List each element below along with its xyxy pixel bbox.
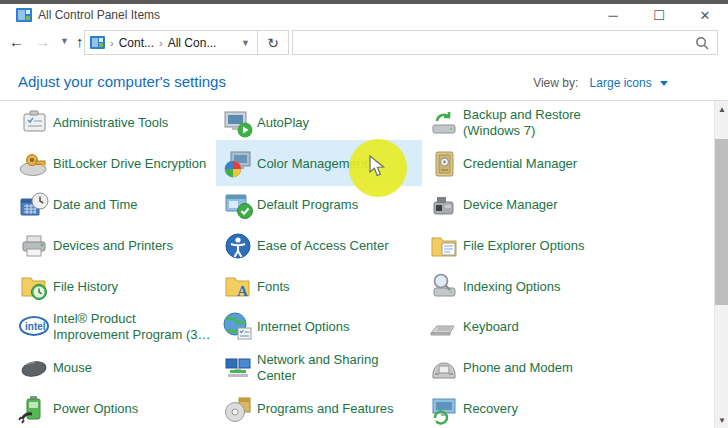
date-time-icon (18, 189, 50, 221)
control-panel-item[interactable]: Recovery (428, 389, 678, 428)
administrative-tools-icon (18, 107, 50, 139)
item-label: Fonts (257, 279, 290, 295)
item-label: Credential Manager (463, 156, 577, 172)
internet-options-icon (222, 311, 254, 343)
close-button[interactable]: ✕ (682, 4, 728, 27)
item-label: Mouse (53, 360, 92, 376)
control-panel-item[interactable]: BitLocker Drive Encryption (18, 144, 222, 185)
control-panel-icon (16, 8, 32, 22)
item-label: Indexing Options (463, 279, 561, 295)
item-label: Internet Options (257, 319, 350, 335)
page-header: Adjust your computer's settings View by:… (0, 58, 728, 100)
breadcrumb-segment-all-items[interactable]: All Con... (168, 36, 217, 50)
control-panel-item[interactable]: File Explorer Options (428, 225, 678, 266)
breadcrumb-segment-control-panel[interactable]: Cont... (119, 36, 154, 50)
control-panel-item[interactable]: Programs and Features (222, 389, 428, 428)
control-panel-item[interactable]: Default Programs (222, 185, 428, 226)
minimize-button[interactable]: ─ (590, 4, 636, 27)
control-panel-item[interactable]: Power Options (18, 389, 222, 428)
search-icon (695, 36, 709, 50)
address-dropdown-chevron-icon[interactable]: ▼ (241, 38, 250, 48)
item-label: File History (53, 279, 118, 295)
search-box[interactable] (292, 30, 718, 55)
recovery-icon (428, 393, 460, 425)
control-panel-item[interactable]: Keyboard (428, 307, 678, 348)
indexing-options-icon (428, 271, 460, 303)
address-bar[interactable]: › Cont... › All Con... ▼ (84, 30, 258, 55)
item-label: Programs and Features (257, 401, 394, 417)
header-divider (0, 100, 728, 101)
breadcrumb-separator-icon: › (159, 37, 163, 49)
fonts-icon: A (222, 271, 254, 303)
control-panel-item[interactable]: Administrative Tools (18, 103, 222, 144)
autoplay-icon (222, 107, 254, 139)
programs-features-icon (222, 393, 254, 425)
maximize-button[interactable]: ☐ (636, 4, 682, 27)
refresh-button[interactable]: ↻ (258, 30, 289, 55)
search-input[interactable] (299, 33, 689, 52)
credential-manager-icon (428, 148, 460, 180)
network-sharing-icon (222, 352, 254, 384)
control-panel-item[interactable]: Devices and Printers (18, 225, 222, 266)
up-button[interactable]: ↑ (76, 32, 84, 52)
page-title: Adjust your computer's settings (18, 73, 226, 90)
ease-of-access-icon (222, 230, 254, 262)
item-label: Power Options (53, 401, 138, 417)
control-panel-item[interactable]: Indexing Options (428, 266, 678, 307)
view-by-label: View by: (533, 76, 578, 90)
view-by-dropdown-arrow-icon[interactable] (660, 81, 668, 86)
item-label: Device Manager (463, 197, 558, 213)
devices-printers-icon (18, 230, 50, 262)
default-programs-icon (222, 189, 254, 221)
file-explorer-options-icon (428, 230, 460, 262)
svg-text:intel: intel (25, 321, 46, 332)
scrollbar-down-arrow-icon[interactable]: ▼ (715, 412, 728, 428)
address-control-panel-icon (90, 36, 105, 49)
item-label: Devices and Printers (53, 238, 173, 254)
title-bar: All Control Panel Items ─ ☐ ✕ (0, 4, 728, 27)
item-label: Ease of Access Center (257, 238, 389, 254)
item-label: Network and Sharing Center (257, 352, 378, 384)
view-by-value[interactable]: Large icons (590, 76, 652, 90)
item-label: Administrative Tools (53, 115, 168, 131)
control-panel-item[interactable]: Backup and Restore (Windows 7) (428, 103, 678, 144)
item-label: Date and Time (53, 197, 138, 213)
control-panel-item[interactable]: Network and Sharing Center (222, 348, 428, 389)
back-button[interactable]: ← (9, 32, 24, 52)
control-panel-item[interactable]: File History (18, 266, 222, 307)
control-panel-item[interactable]: Internet Options (222, 307, 428, 348)
svg-text:A: A (237, 283, 248, 299)
scrollbar-up-arrow-icon[interactable]: ▲ (715, 101, 728, 117)
item-label: AutoPlay (257, 115, 309, 131)
navigation-toolbar: ← → ▼ ↑ › Cont... › All Con... ▼ ↻ (0, 27, 728, 58)
control-panel-item[interactable]: Credential Manager (428, 144, 678, 185)
forward-button[interactable]: → (35, 32, 50, 52)
item-label: Recovery (463, 401, 518, 417)
intel-icon: intel (18, 311, 50, 343)
keyboard-icon (428, 311, 460, 343)
item-label: Keyboard (463, 319, 519, 335)
control-panel-item[interactable]: AFonts (222, 266, 428, 307)
control-panel-item[interactable]: intelIntel® Product Improvement Program … (18, 307, 222, 348)
color-management-icon (222, 148, 254, 180)
control-panel-item[interactable]: AutoPlay (222, 103, 428, 144)
bitlocker-icon (18, 148, 50, 180)
control-panel-item[interactable]: Ease of Access Center (222, 225, 428, 266)
item-label: Phone and Modem (463, 360, 573, 376)
item-label: Default Programs (257, 197, 358, 213)
control-panel-item[interactable]: Phone and Modem (428, 348, 678, 389)
phone-modem-icon (428, 352, 460, 384)
mouse-icon (18, 352, 50, 384)
item-label: File Explorer Options (463, 238, 584, 254)
item-label: Intel® Product Improvement Program (3… (53, 311, 211, 343)
control-panel-item[interactable]: Device Manager (428, 185, 678, 226)
recent-pages-chevron-icon[interactable]: ▼ (60, 36, 69, 46)
mouse-cursor (369, 155, 388, 177)
breadcrumb-separator-icon: › (110, 37, 114, 49)
scrollbar-thumb[interactable] (715, 139, 728, 305)
control-panel-item[interactable]: Date and Time (18, 185, 222, 226)
backup-restore-icon (428, 107, 460, 139)
item-label: Backup and Restore (Windows 7) (463, 107, 581, 139)
control-panel-item[interactable]: Mouse (18, 348, 222, 389)
vertical-scrollbar[interactable]: ▲ ▼ (714, 101, 728, 428)
